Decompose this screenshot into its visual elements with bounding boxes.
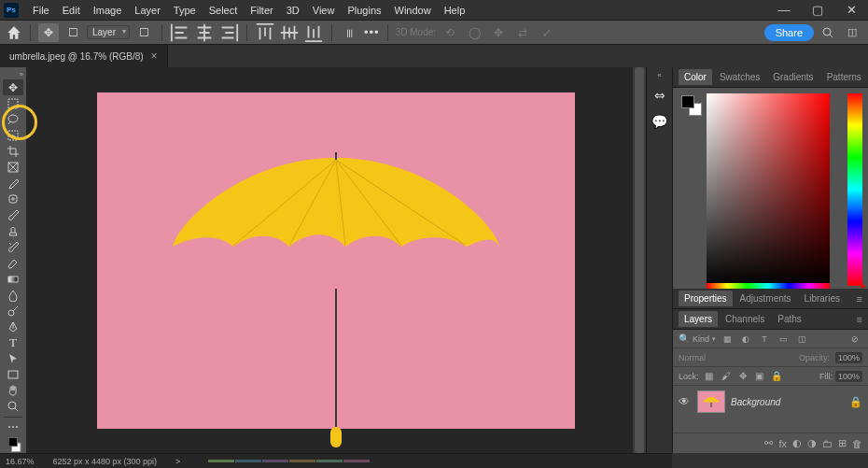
lock-image-icon[interactable]: 🖌 bbox=[720, 371, 733, 381]
layer-thumbnail[interactable] bbox=[697, 390, 725, 413]
tab-gradients[interactable]: Gradients bbox=[767, 69, 819, 85]
tab-color[interactable]: Color bbox=[679, 69, 712, 85]
tab-layers[interactable]: Layers bbox=[679, 311, 718, 327]
layer-target-select[interactable]: Layer bbox=[87, 25, 130, 39]
menu-layer[interactable]: Layer bbox=[128, 5, 167, 16]
marquee-tool[interactable] bbox=[3, 95, 23, 111]
edit-toolbar-button[interactable]: ⋯ bbox=[3, 419, 23, 435]
layer-filter-kind-select[interactable]: 🔍Kind bbox=[679, 333, 716, 344]
auto-select-toggle[interactable]: ☐ bbox=[63, 23, 83, 42]
3d-scale-icon[interactable]: ⤢ bbox=[537, 23, 557, 42]
zoom-tool[interactable] bbox=[3, 399, 23, 415]
healing-brush-tool[interactable] bbox=[3, 191, 23, 207]
delete-layer-icon[interactable]: 🗑 bbox=[852, 438, 862, 449]
filter-type-icon[interactable]: T bbox=[757, 333, 772, 346]
transform-controls-toggle[interactable]: ☐ bbox=[133, 23, 154, 42]
layer-mask-icon[interactable]: ◐ bbox=[792, 437, 802, 449]
panel-menu-button[interactable]: ≡ bbox=[851, 314, 868, 325]
collapsed-panel-button[interactable]: 💬 bbox=[650, 111, 670, 132]
dodge-tool[interactable] bbox=[3, 303, 23, 319]
menu-file[interactable]: File bbox=[26, 5, 56, 16]
layer-style-icon[interactable]: fx bbox=[778, 438, 787, 449]
menu-image[interactable]: Image bbox=[87, 5, 129, 16]
tab-properties[interactable]: Properties bbox=[679, 291, 733, 306]
document-tab[interactable]: umbrella.jpeg @ 16.7% (RGB/8) × bbox=[0, 45, 168, 67]
lasso-tool[interactable] bbox=[3, 111, 23, 127]
layer-row-background[interactable]: 👁 Background 🔒 bbox=[673, 386, 868, 418]
zoom-level[interactable]: 16.67% bbox=[6, 457, 35, 466]
lock-position-icon[interactable]: ✥ bbox=[736, 371, 749, 381]
object-selection-tool[interactable] bbox=[3, 127, 23, 143]
tab-libraries[interactable]: Libraries bbox=[799, 291, 846, 306]
collapsed-panel-button[interactable]: ⇔ bbox=[650, 85, 670, 106]
menu-help[interactable]: Help bbox=[438, 5, 472, 16]
blur-tool[interactable] bbox=[3, 287, 23, 303]
align-left-icon[interactable] bbox=[170, 23, 190, 42]
filter-adjustment-icon[interactable]: ◐ bbox=[738, 333, 753, 346]
clone-stamp-tool[interactable] bbox=[3, 223, 23, 239]
layer-name[interactable]: Background bbox=[731, 397, 780, 407]
align-right-icon[interactable] bbox=[218, 23, 239, 42]
status-arrow-icon[interactable]: > bbox=[175, 457, 180, 466]
fg-bg-color-swatch[interactable] bbox=[681, 95, 702, 116]
3d-roll-icon[interactable]: ◯ bbox=[464, 23, 484, 42]
crop-tool[interactable] bbox=[3, 143, 23, 159]
document-canvas[interactable] bbox=[97, 92, 575, 429]
panel-toggle-icon[interactable]: « bbox=[657, 71, 661, 79]
3d-pan-icon[interactable]: ✥ bbox=[488, 23, 509, 42]
home-button[interactable] bbox=[6, 24, 22, 41]
align-center-h-icon[interactable] bbox=[194, 23, 215, 42]
more-align-button[interactable]: ••• bbox=[364, 25, 380, 39]
3d-rotate-icon[interactable]: ⟲ bbox=[440, 23, 460, 42]
filter-smart-icon[interactable]: ◫ bbox=[794, 333, 809, 346]
vertical-scrollbar[interactable] bbox=[633, 67, 646, 453]
tab-channels[interactable]: Channels bbox=[720, 311, 770, 327]
tab-paths[interactable]: Paths bbox=[772, 311, 807, 327]
doc-dimensions[interactable]: 6252 px x 4480 px (300 ppi) bbox=[53, 457, 158, 466]
layer-lock-icon[interactable]: 🔒 bbox=[849, 396, 862, 408]
menu-select[interactable]: Select bbox=[203, 5, 245, 16]
foreground-color-swatch[interactable] bbox=[681, 95, 694, 108]
maximize-button[interactable]: ▢ bbox=[801, 0, 834, 21]
color-picker-field[interactable] bbox=[707, 93, 830, 286]
3d-slide-icon[interactable]: ⇄ bbox=[512, 23, 533, 42]
history-brush-tool[interactable] bbox=[3, 239, 23, 255]
align-center-v-icon[interactable] bbox=[279, 23, 300, 42]
distribute-h-icon[interactable]: ⫼ bbox=[340, 23, 360, 42]
share-button[interactable]: Share bbox=[764, 24, 814, 41]
toolbar-expand-icon[interactable]: » bbox=[0, 69, 26, 79]
panel-menu-button[interactable]: ≡ bbox=[851, 293, 868, 305]
frame-tool[interactable] bbox=[3, 159, 23, 175]
tab-close-button[interactable]: × bbox=[151, 50, 158, 63]
new-group-icon[interactable]: 🗀 bbox=[822, 438, 833, 449]
new-fill-layer-icon[interactable]: ◑ bbox=[807, 437, 817, 449]
type-tool[interactable]: T bbox=[3, 335, 23, 351]
layer-visibility-icon[interactable]: 👁 bbox=[679, 395, 692, 408]
pen-tool[interactable] bbox=[3, 319, 23, 334]
workspace-button[interactable]: ◫ bbox=[842, 23, 862, 42]
hue-slider[interactable] bbox=[847, 93, 862, 286]
menu-type[interactable]: Type bbox=[167, 5, 203, 16]
tab-patterns[interactable]: Patterns bbox=[821, 69, 867, 85]
new-layer-icon[interactable]: ⊞ bbox=[838, 437, 847, 449]
opacity-value[interactable]: 100% bbox=[835, 352, 862, 363]
brush-tool[interactable] bbox=[3, 207, 23, 223]
menu-plugins[interactable]: Plugins bbox=[341, 5, 387, 16]
blend-mode-select[interactable]: Normal bbox=[679, 353, 793, 362]
rectangle-tool[interactable] bbox=[3, 367, 23, 383]
eyedropper-tool[interactable] bbox=[3, 176, 23, 191]
eraser-tool[interactable] bbox=[3, 255, 23, 271]
lock-transparent-icon[interactable]: ▦ bbox=[703, 371, 716, 381]
hue-ramp[interactable] bbox=[707, 283, 830, 289]
menu-window[interactable]: Window bbox=[388, 5, 438, 16]
fill-value[interactable]: 100% bbox=[835, 371, 862, 382]
lock-all-icon[interactable]: 🔒 bbox=[770, 371, 783, 381]
align-top-icon[interactable] bbox=[255, 23, 275, 42]
search-button[interactable] bbox=[818, 23, 838, 42]
menu-filter[interactable]: Filter bbox=[244, 5, 279, 16]
move-tool[interactable]: ✥ bbox=[3, 79, 23, 95]
align-bottom-icon[interactable] bbox=[303, 23, 324, 42]
canvas-area[interactable] bbox=[26, 67, 646, 453]
filter-shape-icon[interactable]: ▭ bbox=[776, 333, 791, 346]
fg-bg-swatch[interactable] bbox=[3, 435, 23, 453]
